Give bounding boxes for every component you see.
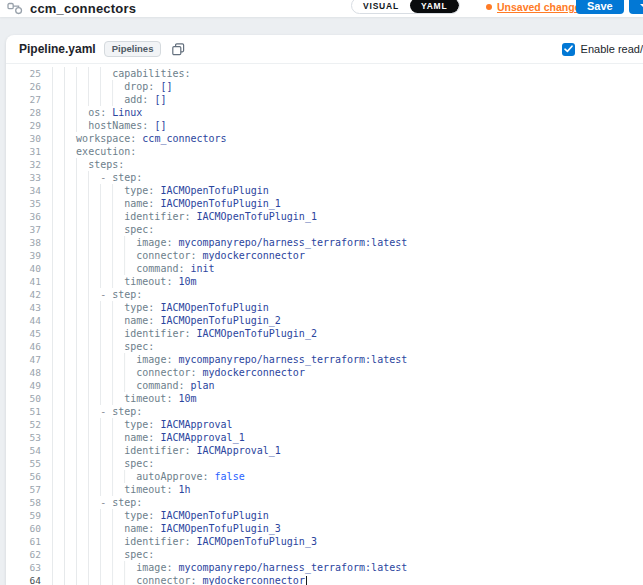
top-header: ccm_connectors VISUAL YAML Unsaved chang…: [0, 0, 643, 17]
code-text: - step:: [46, 496, 142, 509]
line-number: 55: [6, 457, 46, 470]
code-line[interactable]: 39 connector: mydockerconnector: [6, 249, 643, 262]
line-number: 47: [6, 353, 46, 366]
code-line[interactable]: 50 timeout: 10m: [6, 392, 643, 405]
code-text: timeout: 10m: [46, 275, 197, 288]
unsaved-changes-link[interactable]: Unsaved changes: [486, 1, 586, 13]
code-line[interactable]: 59 type: IACMOpenTofuPlugin: [6, 509, 643, 522]
readonly-toggle: Enable read/: [562, 43, 643, 56]
code-text: identifier: IACMOpenTofuPlugin_2: [46, 327, 317, 340]
line-number: 53: [6, 431, 46, 444]
code-line[interactable]: 54 identifier: IACMApproval_1: [6, 444, 643, 457]
line-number: 33: [6, 171, 46, 184]
code-line[interactable]: 26 drop: []: [6, 80, 643, 93]
code-line[interactable]: 64 connector: mydockerconnector: [6, 574, 643, 585]
code-line[interactable]: 38 image: mycompanyrepo/harness_terrafor…: [6, 236, 643, 249]
line-number: 57: [6, 483, 46, 496]
code-line[interactable]: 33 - step:: [6, 171, 643, 184]
page-title: ccm_connectors: [30, 1, 136, 16]
code-line[interactable]: 25 capabilities:: [6, 67, 643, 80]
code-line[interactable]: 42 - step:: [6, 288, 643, 301]
code-text: hostNames: []: [46, 119, 166, 132]
line-number: 52: [6, 418, 46, 431]
save-options-button[interactable]: [629, 0, 643, 14]
code-line[interactable]: 53 name: IACMApproval_1: [6, 431, 643, 444]
line-number: 26: [6, 80, 46, 93]
code-line[interactable]: 45 identifier: IACMOpenTofuPlugin_2: [6, 327, 643, 340]
code-line[interactable]: 40 command: init: [6, 262, 643, 275]
code-text: execution:: [46, 145, 136, 158]
line-number: 31: [6, 145, 46, 158]
copy-icon: [172, 43, 185, 56]
readonly-checkbox[interactable]: [562, 43, 575, 56]
line-number: 50: [6, 392, 46, 405]
code-line[interactable]: 36 identifier: IACMOpenTofuPlugin_1: [6, 210, 643, 223]
line-number: 39: [6, 249, 46, 262]
save-button[interactable]: Save: [576, 0, 624, 14]
code-text: identifier: IACMOpenTofuPlugin_3: [46, 535, 317, 548]
visual-yaml-toggle: VISUAL YAML: [351, 0, 460, 14]
code-text: command: plan: [46, 379, 215, 392]
line-number: 60: [6, 522, 46, 535]
code-line[interactable]: 61 identifier: IACMOpenTofuPlugin_3: [6, 535, 643, 548]
code-line[interactable]: 31 execution:: [6, 145, 643, 158]
code-text: - step:: [46, 288, 142, 301]
code-text: spec:: [46, 223, 154, 236]
yaml-editor[interactable]: 25 capabilities:26 drop: []27 add: []28 …: [6, 64, 643, 585]
code-line[interactable]: 32 steps:: [6, 158, 643, 171]
code-line[interactable]: 57 timeout: 1h: [6, 483, 643, 496]
code-text: image: mycompanyrepo/harness_terraform:l…: [46, 353, 407, 366]
code-text: type: IACMApproval: [46, 418, 233, 431]
code-line[interactable]: 58 - step:: [6, 496, 643, 509]
line-number: 56: [6, 470, 46, 483]
code-line[interactable]: 37 spec:: [6, 223, 643, 236]
code-line[interactable]: 46 spec:: [6, 340, 643, 353]
code-text: identifier: IACMOpenTofuPlugin_1: [46, 210, 317, 223]
code-text: type: IACMOpenTofuPlugin: [46, 184, 269, 197]
yaml-editor-card: Pipeline.yaml Pipelines Enable read/ 25 …: [6, 35, 643, 585]
code-line[interactable]: 55 spec:: [6, 457, 643, 470]
code-line[interactable]: 34 type: IACMOpenTofuPlugin: [6, 184, 643, 197]
unsaved-changes-label: Unsaved changes: [497, 1, 586, 13]
toggle-visual[interactable]: VISUAL: [352, 0, 410, 13]
pipeline-icon: [7, 2, 23, 15]
code-text: drop: []: [46, 80, 172, 93]
line-number: 45: [6, 327, 46, 340]
code-line[interactable]: 29 hostNames: []: [6, 119, 643, 132]
code-line[interactable]: 48 connector: mydockerconnector: [6, 366, 643, 379]
line-number: 25: [6, 67, 46, 80]
code-line[interactable]: 35 name: IACMOpenTofuPlugin_1: [6, 197, 643, 210]
code-text: capabilities:: [46, 67, 191, 80]
code-line[interactable]: 30 workspace: ccm_connectors: [6, 132, 643, 145]
toggle-yaml[interactable]: YAML: [410, 0, 459, 13]
line-number: 41: [6, 275, 46, 288]
line-number: 61: [6, 535, 46, 548]
code-line[interactable]: 52 type: IACMApproval: [6, 418, 643, 431]
code-line[interactable]: 49 command: plan: [6, 379, 643, 392]
code-text: steps:: [46, 158, 124, 171]
code-line[interactable]: 41 timeout: 10m: [6, 275, 643, 288]
line-number: 49: [6, 379, 46, 392]
code-line[interactable]: 43 type: IACMOpenTofuPlugin: [6, 301, 643, 314]
code-line[interactable]: 28 os: Linux: [6, 106, 643, 119]
code-line[interactable]: 44 name: IACMOpenTofuPlugin_2: [6, 314, 643, 327]
line-number: 42: [6, 288, 46, 301]
code-text: image: mycompanyrepo/harness_terraform:l…: [46, 236, 407, 249]
unsaved-dot-icon: [486, 4, 492, 10]
code-line[interactable]: 63 image: mycompanyrepo/harness_terrafor…: [6, 561, 643, 574]
code-text: - step:: [46, 171, 142, 184]
code-line[interactable]: 56 autoApprove: false: [6, 470, 643, 483]
copy-yaml-button[interactable]: [172, 43, 185, 56]
code-line[interactable]: 51 - step:: [6, 405, 643, 418]
code-line[interactable]: 47 image: mycompanyrepo/harness_terrafor…: [6, 353, 643, 366]
readonly-label: Enable read/: [581, 43, 643, 55]
code-line[interactable]: 60 name: IACMOpenTofuPlugin_3: [6, 522, 643, 535]
code-line[interactable]: 27 add: []: [6, 93, 643, 106]
line-number: 29: [6, 119, 46, 132]
code-text: identifier: IACMApproval_1: [46, 444, 281, 457]
code-text: image: mycompanyrepo/harness_terraform:l…: [46, 561, 407, 574]
code-line[interactable]: 62 spec:: [6, 548, 643, 561]
file-name: Pipeline.yaml: [19, 42, 96, 56]
code-text: - step:: [46, 405, 142, 418]
code-text: workspace: ccm_connectors: [46, 132, 227, 145]
